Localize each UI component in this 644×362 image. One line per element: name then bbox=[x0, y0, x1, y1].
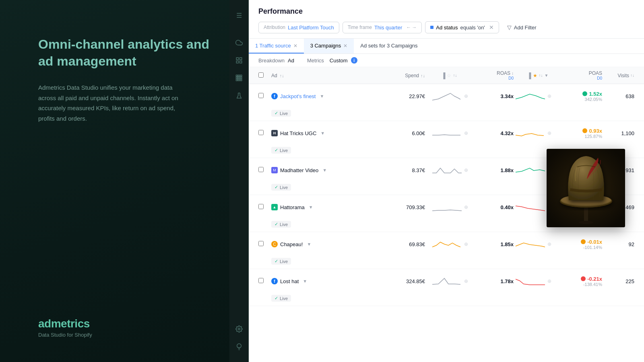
tab-adsets[interactable]: Ad sets for 3 Campaigns bbox=[354, 39, 424, 53]
svg-rect-1 bbox=[239, 58, 242, 60]
row-poas-4: -0.01x -101.14% bbox=[562, 239, 602, 250]
attribution-value: Last Platform Touch bbox=[288, 25, 334, 31]
zoom-icon2-1[interactable]: ⊕ bbox=[547, 130, 551, 136]
svg-rect-3 bbox=[239, 61, 242, 63]
svg-rect-4 bbox=[236, 75, 237, 77]
close-status-filter[interactable]: ✕ bbox=[489, 24, 494, 31]
nav-apps-icon[interactable] bbox=[232, 71, 246, 85]
star-active-2[interactable]: ★ bbox=[533, 73, 537, 78]
platform-icon-ht-1: H bbox=[271, 130, 278, 136]
select-all-checkbox[interactable] bbox=[258, 72, 264, 78]
table-row-1: H Hat Tricks UGC ▼ 6.00€ ⊕ 4.32x bbox=[249, 121, 644, 145]
col-roas-sub: D0 bbox=[508, 76, 514, 80]
star-inactive-1[interactable]: ☆ bbox=[447, 73, 451, 78]
table-row-group-5: f Lost hat ▼ 324.85€ ⊕ 1.78x bbox=[249, 269, 644, 306]
nav-settings-icon[interactable] bbox=[232, 322, 246, 336]
col-spend: Spend bbox=[405, 73, 419, 78]
row-visits-1: 1,100 bbox=[602, 130, 634, 136]
row-check-5[interactable] bbox=[258, 278, 264, 283]
col-visits: Visits bbox=[618, 73, 629, 78]
zoom-icon2-0[interactable]: ⊕ bbox=[547, 93, 551, 99]
sort-icon-ad[interactable]: ↑↓ bbox=[280, 73, 284, 78]
zoom-icon-1[interactable]: ⊕ bbox=[464, 130, 468, 136]
timeframe-filter[interactable]: Time frame This quarter ← → bbox=[343, 22, 422, 33]
zoom-icon-4[interactable]: ⊕ bbox=[464, 241, 468, 247]
nav-table-icon[interactable] bbox=[232, 53, 246, 68]
ad-name-2: Madhatter Video bbox=[280, 167, 318, 173]
live-badge-2: ✓ Live bbox=[271, 184, 291, 191]
next-arrow[interactable]: → bbox=[412, 25, 417, 30]
breakdown-label: Breakdown bbox=[258, 58, 285, 64]
tab-traffic-close[interactable]: ✕ bbox=[293, 43, 297, 49]
row-chart2-1: ⊕ bbox=[514, 125, 562, 141]
live-label-4: Live bbox=[280, 259, 288, 264]
nav-bulb-icon[interactable] bbox=[232, 339, 246, 354]
live-badge-4: ✓ Live bbox=[271, 258, 291, 265]
ad-name-0[interactable]: Jackpot's finest bbox=[280, 93, 316, 99]
zoom-icon-3[interactable]: ⊕ bbox=[464, 204, 468, 210]
row-dropdown-3[interactable]: ▼ bbox=[309, 205, 313, 210]
live-badge-1: ✓ Live bbox=[271, 147, 291, 154]
zoom-icon-2[interactable]: ⊕ bbox=[464, 167, 468, 173]
row-spend-5: 324.85€ bbox=[377, 278, 425, 284]
row-check-4[interactable] bbox=[258, 241, 264, 246]
nav-flask-icon[interactable] bbox=[232, 88, 246, 103]
platform-icon-fb-5: f bbox=[271, 278, 278, 284]
ad-name-5: Lost hat bbox=[280, 278, 299, 284]
metrics-label: Metrics bbox=[307, 58, 324, 64]
hat-product-popup bbox=[547, 149, 625, 227]
poas-dot-5 bbox=[581, 276, 586, 281]
filter-bar: Attribution Last Platform Touch Time fra… bbox=[258, 21, 634, 33]
live-badge-0: ✓ Live bbox=[271, 110, 291, 117]
table-row-group-4: C Chapeau! ▼ 69.83€ ⊕ 1.85x bbox=[249, 232, 644, 269]
row-check-0[interactable] bbox=[258, 93, 264, 98]
row-dropdown-5[interactable]: ▼ bbox=[303, 279, 307, 284]
row-check-2[interactable] bbox=[258, 167, 264, 172]
ad-name-1: Hat Tricks UGC bbox=[280, 130, 316, 136]
brand-name: admetrics bbox=[38, 317, 92, 330]
prev-arrow[interactable]: ← bbox=[406, 25, 411, 30]
tab-traffic-source-label: 1 Traffic source bbox=[255, 43, 291, 49]
row-roas-0: 3.34x bbox=[473, 93, 514, 99]
row-dropdown-1[interactable]: ▼ bbox=[320, 131, 325, 136]
add-filter-button[interactable]: ▽ Add Filter bbox=[502, 22, 541, 33]
table-row-0: f Jackpot's finest ▼ 22.97€ ⊕ 3.34x bbox=[249, 84, 644, 108]
status-dot bbox=[430, 26, 433, 29]
row-chart2-5: ⊕ bbox=[514, 273, 562, 289]
live-label-5: Live bbox=[280, 296, 288, 301]
nav-menu-icon[interactable]: ☰ bbox=[232, 8, 246, 23]
row-roas-2: 1.88x bbox=[473, 167, 514, 173]
ad-status-value: equals 'on' bbox=[460, 25, 485, 31]
tab-campaigns-close[interactable]: ✕ bbox=[343, 43, 347, 49]
poas-dot-0 bbox=[582, 91, 587, 96]
col-poas: POAS bbox=[589, 70, 602, 76]
sort-arrows-1: ↑↓ bbox=[453, 73, 457, 78]
zoom-icon2-4[interactable]: ⊕ bbox=[547, 241, 551, 247]
live-row-5: ✓ Live bbox=[249, 293, 644, 306]
zoom-icon2-5[interactable]: ⊕ bbox=[547, 278, 551, 284]
tab-bar: 1 Traffic source ✕ 3 Campaigns ✕ Ad sets… bbox=[249, 39, 644, 54]
description: Admetrics Data Studio unifies your marke… bbox=[38, 82, 191, 123]
zoom-icon-0[interactable]: ⊕ bbox=[464, 93, 468, 99]
row-check-1[interactable] bbox=[258, 130, 264, 135]
row-dropdown-0[interactable]: ▼ bbox=[320, 94, 324, 99]
platform-icon-ha-3: ▲ bbox=[271, 204, 278, 210]
row-dropdown-2[interactable]: ▼ bbox=[322, 168, 327, 173]
row-check-3[interactable] bbox=[258, 204, 264, 209]
nav-cloud-icon[interactable] bbox=[232, 35, 246, 50]
attribution-filter[interactable]: Attribution Last Platform Touch bbox=[258, 22, 339, 33]
svg-point-13 bbox=[238, 328, 240, 330]
svg-rect-2 bbox=[236, 61, 238, 63]
tab-traffic-source[interactable]: 1 Traffic source ✕ bbox=[249, 39, 304, 53]
live-row-4: ✓ Live bbox=[249, 256, 644, 269]
tab-campaigns[interactable]: 3 Campaigns ✕ bbox=[304, 39, 354, 53]
row-dropdown-4[interactable]: ▼ bbox=[307, 242, 311, 247]
row-roas-5: 1.78x bbox=[473, 278, 514, 284]
row-spend-1: 6.00€ bbox=[377, 130, 425, 136]
zoom-icon-5[interactable]: ⊕ bbox=[464, 278, 468, 284]
metrics-info-icon[interactable]: i bbox=[351, 57, 357, 64]
ad-status-filter[interactable]: Ad status equals 'on' ✕ bbox=[425, 21, 499, 33]
live-label-0: Live bbox=[280, 111, 288, 116]
chevron-2[interactable]: ▼ bbox=[545, 73, 549, 78]
svg-rect-0 bbox=[236, 58, 238, 60]
